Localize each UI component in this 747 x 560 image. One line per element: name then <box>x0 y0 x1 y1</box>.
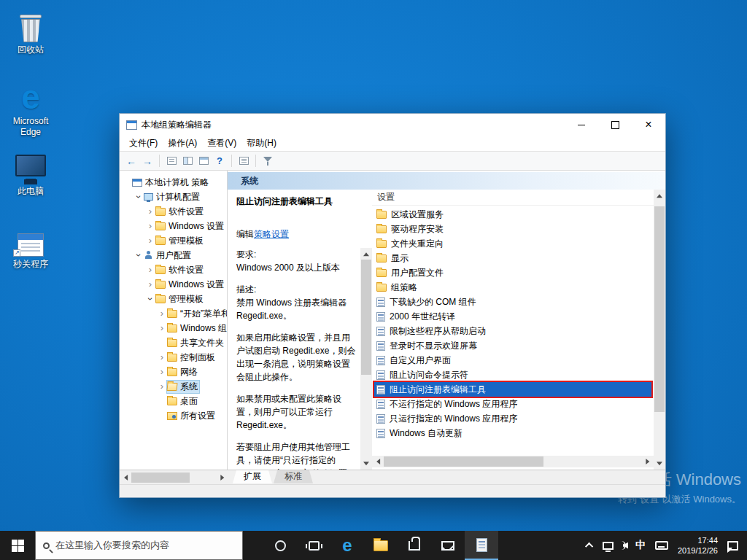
tab-standard[interactable]: 标准 <box>274 470 313 483</box>
settings-item[interactable]: 限制这些程序从帮助启动 <box>374 324 651 338</box>
scroll-right-icon[interactable] <box>642 456 654 467</box>
chevron-collapsed-icon[interactable] <box>158 309 166 318</box>
network-icon[interactable] <box>603 542 614 550</box>
settings-column-header[interactable]: 设置 <box>372 190 654 206</box>
ime-indicator[interactable]: 中 <box>635 539 646 552</box>
tree-item[interactable]: 控制面板 <box>120 350 227 365</box>
tree-item-computer-config[interactable]: 计算机配置 <box>120 190 227 204</box>
tree-item[interactable]: 软件设置 <box>120 262 227 277</box>
scroll-up-icon[interactable] <box>654 190 665 201</box>
toolbar-separator <box>159 155 160 167</box>
tree-horizontal-scrollbar[interactable] <box>120 472 228 483</box>
taskbar-mail-button[interactable] <box>431 531 465 560</box>
display-options-icon[interactable] <box>236 154 251 168</box>
filter-icon[interactable] <box>260 154 275 168</box>
start-button[interactable] <box>0 531 35 560</box>
settings-item[interactable]: 下载缺少的 COM 组件 <box>374 295 651 309</box>
scroll-up-icon[interactable] <box>360 248 372 260</box>
titlebar[interactable]: 本地组策略编辑器 <box>120 114 665 136</box>
clock-date: 2019/12/26 <box>678 545 718 556</box>
tree-item[interactable]: 共享文件夹 <box>120 335 227 350</box>
tree-item[interactable]: 软件设置 <box>120 204 227 219</box>
taskbar-store-button[interactable] <box>398 531 431 560</box>
maximize-button[interactable] <box>598 114 632 136</box>
settings-horizontal-scrollbar[interactable] <box>372 456 654 467</box>
settings-item[interactable]: 不运行指定的 Windows 应用程序 <box>374 397 651 411</box>
settings-item[interactable]: 2000 年世纪转译 <box>374 309 651 324</box>
close-button[interactable] <box>632 114 665 136</box>
help-icon[interactable] <box>212 154 227 168</box>
show-console-tree-icon[interactable] <box>180 154 195 168</box>
chevron-collapsed-icon[interactable] <box>146 236 155 245</box>
scroll-down-icon[interactable] <box>654 458 665 470</box>
settings-item[interactable]: 阻止访问命令提示符 <box>374 368 651 382</box>
menu-action[interactable]: 操作(A) <box>163 136 202 151</box>
tree-item-root[interactable]: 本地计算机 策略 <box>120 175 227 190</box>
settings-item[interactable]: 区域设置服务 <box>374 207 651 222</box>
chevron-collapsed-icon[interactable] <box>158 368 166 376</box>
taskbar-clock[interactable]: 17:44 2019/12/26 <box>678 535 718 556</box>
chevron-collapsed-icon[interactable] <box>146 207 155 216</box>
chevron-collapsed-icon[interactable] <box>146 222 155 230</box>
taskbar-edge-button[interactable] <box>330 531 364 560</box>
scroll-left-icon[interactable] <box>372 456 384 467</box>
tree-item[interactable]: 桌面 <box>120 394 227 408</box>
tree-item[interactable]: “开始”菜单和... <box>120 306 227 321</box>
minimize-button[interactable] <box>565 114 598 136</box>
chevron-collapsed-icon[interactable] <box>158 382 166 391</box>
tree-item[interactable]: 所有设置 <box>120 408 227 423</box>
tree-item[interactable]: Windows 组... <box>120 321 227 335</box>
desktop-icon-program[interactable]: 秒关程序 <box>4 220 57 270</box>
chevron-expanded-icon[interactable] <box>134 192 143 201</box>
settings-item[interactable]: 驱动程序安装 <box>374 222 651 236</box>
settings-item[interactable]: 只运行指定的 Windows 应用程序 <box>374 411 651 426</box>
tree-item-user-config[interactable]: 用户配置 <box>120 248 227 262</box>
settings-item[interactable]: 登录时不显示欢迎屏幕 <box>374 338 651 353</box>
action-center-icon[interactable] <box>727 541 738 551</box>
forward-icon[interactable] <box>140 154 155 168</box>
desktop-icon-this-pc[interactable]: 此电脑 <box>4 147 57 197</box>
properties-icon[interactable] <box>196 154 211 168</box>
back-icon[interactable] <box>124 154 139 168</box>
settings-vertical-scrollbar[interactable] <box>654 190 665 470</box>
scroll-left-icon[interactable] <box>120 472 131 483</box>
open-folder-icon <box>166 383 177 391</box>
tab-extended[interactable]: 扩展 <box>233 470 272 483</box>
settings-item[interactable]: 自定义用户界面 <box>374 353 651 368</box>
taskbar-search-input[interactable]: 在这里输入你要搜索的内容 <box>35 531 243 560</box>
tree-item[interactable]: Windows 设置 <box>120 277 227 292</box>
menu-file[interactable]: 文件(F) <box>124 136 163 151</box>
chevron-collapsed-icon[interactable] <box>146 280 155 289</box>
description-scrollbar[interactable] <box>360 248 372 470</box>
scroll-down-icon[interactable] <box>360 458 372 470</box>
settings-item[interactable]: 用户配置文件 <box>374 265 651 280</box>
desktop-icon-recycle-bin[interactable]: 回收站 <box>4 6 57 55</box>
policy-icon <box>376 400 385 409</box>
tree-item[interactable]: 网络 <box>120 365 227 379</box>
chevron-collapsed-icon[interactable] <box>158 324 166 332</box>
tree-item[interactable]: 管理模板 <box>120 292 227 306</box>
task-view-button[interactable] <box>297 531 330 560</box>
settings-item[interactable]: Windows 自动更新 <box>374 426 651 440</box>
menu-view[interactable]: 查看(V) <box>202 136 241 151</box>
settings-item[interactable]: 组策略 <box>374 280 651 295</box>
tree-item[interactable]: Windows 设置 <box>120 219 227 233</box>
tree-item-system[interactable]: 系统 <box>120 379 227 394</box>
taskbar-gpedit-button[interactable] <box>465 531 498 560</box>
chevron-collapsed-icon[interactable] <box>146 265 155 274</box>
chevron-collapsed-icon[interactable] <box>158 353 166 362</box>
cortana-button[interactable] <box>263 531 297 560</box>
taskbar-file-explorer-button[interactable] <box>364 531 398 560</box>
touch-keyboard-icon[interactable] <box>655 541 668 550</box>
desktop-icon-edge[interactable]: Microsoft Edge <box>4 77 57 138</box>
menu-help[interactable]: 帮助(H) <box>241 136 282 151</box>
edit-policy-setting-link[interactable]: 策略设置 <box>254 229 289 239</box>
scroll-right-icon[interactable] <box>217 472 228 483</box>
settings-item-prevent-regedit[interactable]: 阻止访问注册表编辑工具 <box>374 382 651 397</box>
chevron-expanded-icon[interactable] <box>134 251 143 260</box>
settings-item[interactable]: 文件夹重定向 <box>374 236 651 251</box>
tree-item[interactable]: 管理模板 <box>120 233 227 248</box>
settings-item[interactable]: 显示 <box>374 251 651 265</box>
export-list-icon[interactable] <box>164 154 179 168</box>
chevron-expanded-icon[interactable] <box>146 295 155 303</box>
